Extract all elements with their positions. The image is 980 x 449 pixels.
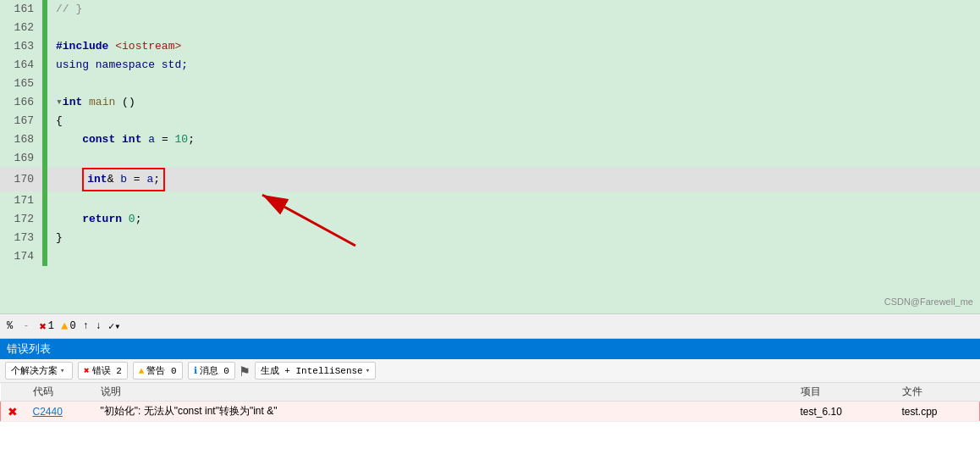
table-row: 174 — [0, 247, 980, 266]
solution-dropdown[interactable]: 个解决方案 ▾ — [5, 362, 73, 380]
table-row: 162 — [0, 19, 980, 37]
error-row-description: "初始化": 无法从"const int"转换为"int &" — [94, 402, 794, 422]
warning-count: 0 — [69, 320, 75, 332]
dropdown-arrow-icon: ▾ — [60, 366, 64, 375]
build-label: 生成 + IntelliSense — [261, 364, 363, 377]
code-line: #include <iostream> — [47, 37, 980, 56]
col-header-code: 代码 — [26, 383, 94, 402]
filter-info-label: 消息 0 — [200, 364, 229, 377]
error-row-icon: ✖ — [1, 402, 26, 422]
code-line: { — [47, 112, 980, 130]
table-row: 173 } — [0, 229, 980, 247]
code-table: 161 // } 162 163 #include <iostream> 164… — [0, 0, 980, 266]
table-row: 169 — [0, 149, 980, 168]
line-number: 171 — [0, 191, 42, 210]
table-row: 172 return 0; — [0, 210, 980, 229]
table-row: 164 using namespace std; — [0, 56, 980, 75]
line-number: 173 — [0, 229, 42, 247]
code-line: } — [47, 229, 980, 247]
col-header-file: 文件 — [895, 383, 980, 402]
table-row: 171 — [0, 191, 980, 210]
filter-info-icon: ℹ — [194, 365, 197, 376]
error-panel: 错误列表 个解决方案 ▾ ✖ 错误 2 ▲ 警告 0 ℹ 消息 0 ⚑ 生成 +… — [0, 339, 980, 449]
line-number: 164 — [0, 56, 42, 75]
code-line: return 0; — [47, 210, 980, 229]
table-row: 170 int& b = a; — [0, 168, 980, 191]
error-row-file: test.cpp — [895, 402, 980, 422]
down-button[interactable]: ↓ — [96, 320, 102, 332]
line-number: 172 — [0, 210, 42, 229]
line-number: 166 — [0, 93, 42, 112]
col-header-project: 项目 — [794, 383, 895, 402]
filter-warning-button[interactable]: ▲ 警告 0 — [133, 362, 183, 380]
error-table: 代码 说明 项目 文件 ✖ C2440 "初始化": 无法从"const int… — [0, 383, 980, 422]
code-line — [47, 19, 980, 37]
toolbar-sep1: - — [23, 320, 29, 332]
code-line: const int a = 10; — [47, 130, 980, 149]
table-row: 167 { — [0, 112, 980, 130]
line-number: 168 — [0, 130, 42, 149]
col-header-description: 说明 — [94, 383, 794, 402]
line-number: 165 — [0, 75, 42, 93]
tools-button[interactable]: ✓▾ — [108, 320, 120, 333]
build-dropdown-arrow-icon: ▾ — [366, 366, 370, 375]
warning-indicator[interactable]: ▲ 0 — [61, 319, 76, 333]
code-line: // } — [47, 0, 980, 19]
zoom-percent: % — [7, 320, 13, 332]
filter-info-button[interactable]: ℹ 消息 0 — [188, 362, 235, 380]
build-dropdown[interactable]: 生成 + IntelliSense ▾ — [255, 362, 376, 380]
table-row: 165 — [0, 75, 980, 93]
code-line — [47, 191, 980, 210]
col-header-icon — [1, 383, 26, 402]
code-line — [47, 247, 980, 266]
error-panel-title: 错误列表 — [7, 341, 51, 357]
table-row: 161 // } — [0, 0, 980, 19]
table-row: 163 #include <iostream> — [0, 37, 980, 56]
up-button[interactable]: ↑ — [83, 320, 89, 332]
error-icon: ✖ — [39, 319, 46, 334]
error-count: 1 — [48, 320, 54, 332]
table-row: 166 ▾int main () — [0, 93, 980, 112]
error-panel-header: 错误列表 — [0, 339, 980, 359]
watermark: CSDN@Farewell_me — [884, 297, 973, 307]
error-row-code[interactable]: C2440 — [26, 402, 94, 422]
filter-error-button[interactable]: ✖ 错误 2 — [78, 362, 128, 380]
code-line: int& b = a; — [47, 168, 980, 191]
line-number: 163 — [0, 37, 42, 56]
line-number: 169 — [0, 149, 42, 168]
line-number: 161 — [0, 0, 42, 19]
code-editor[interactable]: 161 // } 162 163 #include <iostream> 164… — [0, 0, 980, 313]
filter-warning-label: 警告 0 — [146, 364, 176, 377]
filter-error-icon: ✖ — [84, 365, 90, 376]
warning-icon: ▲ — [61, 319, 68, 333]
error-indicator[interactable]: ✖ 1 — [39, 319, 54, 334]
solution-label: 个解决方案 — [11, 364, 58, 377]
error-panel-toolbar: 个解决方案 ▾ ✖ 错误 2 ▲ 警告 0 ℹ 消息 0 ⚑ 生成 + Inte… — [0, 359, 980, 383]
table-header-row: 代码 说明 项目 文件 — [1, 383, 980, 402]
code-line: using namespace std; — [47, 56, 980, 75]
line-number: 167 — [0, 112, 42, 130]
filter-warning-icon: ▲ — [139, 366, 145, 376]
line-number: 170 — [0, 168, 42, 191]
code-line: ▾int main () — [47, 93, 980, 112]
filter-error-label: 错误 2 — [92, 364, 122, 377]
code-line — [47, 75, 980, 93]
line-number: 174 — [0, 247, 42, 266]
line-number: 162 — [0, 19, 42, 37]
bottom-toolbar: % - ✖ 1 ▲ 0 ↑ ↓ ✓▾ — [0, 313, 980, 339]
search-icon[interactable]: ⚑ — [240, 362, 250, 380]
code-line — [47, 149, 980, 168]
table-row[interactable]: ✖ C2440 "初始化": 无法从"const int"转换为"int &" … — [1, 402, 980, 422]
error-row-project: test_6.10 — [794, 402, 895, 422]
table-row: 168 const int a = 10; — [0, 130, 980, 149]
